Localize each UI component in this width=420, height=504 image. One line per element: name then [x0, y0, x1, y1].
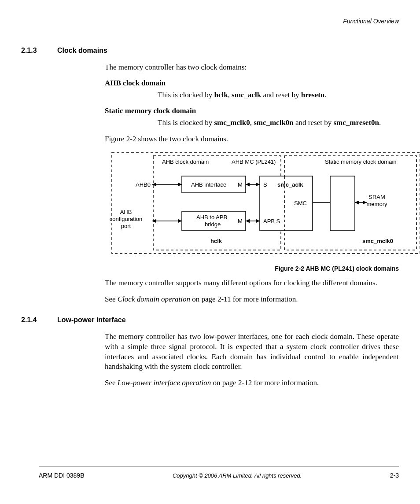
xref-lpi-op: Low-power interface operation [118, 379, 211, 387]
post-fig-p2: See Clock domain operation on page 2-11 … [105, 294, 399, 305]
post-fig-p1: The memory controller supports many diff… [105, 278, 399, 288]
running-head: Functional Overview [21, 18, 399, 25]
intro-para: The memory controller has two clock doma… [105, 63, 399, 73]
text: and reset by [294, 118, 334, 127]
text: and reset by [261, 91, 301, 99]
section-number: 2.1.3 [21, 47, 57, 55]
label-ahb-mc: AHB MC (PL241) [232, 158, 276, 165]
label-sram2: memory [367, 201, 387, 207]
term-hclk: hclk [214, 91, 228, 99]
footer-copyright: Copyright © 2006 ARM Limited. All rights… [173, 472, 302, 479]
section-title: Clock domains [57, 47, 107, 55]
label-cfg1: AHB [120, 209, 132, 215]
svg-rect-7 [330, 176, 355, 231]
page: Functional Overview 2.1.3 Clock domains … [0, 0, 420, 388]
footer-rule [39, 467, 399, 467]
text: This is clocked by [158, 91, 214, 99]
figure-2-2-diagram: AHB clock domain AHB MC (PL241) Static m… [105, 151, 399, 305]
footer-doc-id: ARM DDI 0389B [39, 472, 84, 479]
footer-page-num: 2-3 [390, 472, 399, 479]
label-apb-bridge-1: AHB to APB [196, 214, 227, 221]
label-s: S [263, 181, 267, 188]
def2-body: This is clocked by smc_mclk0, smc_mclk0n… [158, 118, 399, 128]
figure-caption: Figure 2-2 AHB MC (PL241) clock domains [105, 265, 399, 272]
text: on page 2-11 for more information. [190, 295, 298, 303]
label-smc-mclk0: smc_mclk0 [362, 238, 393, 244]
label-sram1: SRAM [368, 194, 385, 200]
label-m2: M [238, 218, 243, 224]
def1-head: AHB clock domain [105, 79, 399, 88]
lpi-p2: See Low-power interface operation on pag… [105, 378, 399, 388]
label-apb-bridge-2: bridge [205, 221, 221, 228]
text: , [228, 91, 232, 99]
term-smc-aclk: smc_aclk [232, 91, 261, 99]
label-smc: SMC [294, 200, 307, 206]
term-smc-mclk0: smc_mclk0 [214, 118, 250, 127]
section-heading-214: 2.1.4 Low-power interface [21, 316, 399, 324]
figure-ref: Figure 2-2 shows the two clock domains. [105, 134, 399, 144]
label-ahb-interface: AHB interface [191, 181, 226, 188]
section-body-213: The memory controller has two clock doma… [105, 63, 399, 144]
text: , [250, 118, 254, 127]
label-cfg3: port [121, 223, 131, 229]
label-static-domain: Static memory clock domain [325, 158, 397, 165]
section-number: 2.1.4 [21, 316, 57, 324]
label-smc-aclk: smc_aclk [277, 181, 303, 188]
label-apb-s: APB S [263, 218, 280, 224]
text: . [379, 118, 381, 127]
def2-head: Static memory clock domain [105, 107, 399, 115]
xref-clock-domain-op: Clock domain operation [118, 295, 190, 303]
term-smc-mreset0n: smc_mreset0n [333, 118, 379, 127]
def1-body: This is clocked by hclk, smc_aclk and re… [158, 90, 399, 100]
lpi-p1: The memory controller has two low-power … [105, 332, 399, 372]
label-ahb-domain: AHB clock domain [162, 158, 209, 165]
section-body-214: The memory controller has two low-power … [105, 332, 399, 389]
term-smc-mclk0n: smc_mclk0n [254, 118, 294, 127]
text: on page 2-12 for more information. [211, 379, 319, 387]
text: This is clocked by [158, 118, 214, 127]
label-m1: M [238, 181, 243, 188]
text: See [105, 295, 118, 303]
text: . [324, 91, 326, 99]
term-hresetn: hresetn [301, 91, 325, 99]
page-footer: ARM DDI 0389B Copyright © 2006 ARM Limit… [39, 472, 399, 479]
section-heading-213: 2.1.3 Clock domains [21, 47, 399, 55]
clock-domains-svg: AHB clock domain AHB MC (PL241) Static m… [105, 151, 420, 256]
text: See [105, 379, 118, 387]
label-cfg2: configuration [110, 216, 142, 222]
label-ahb0: AHB0 [136, 181, 151, 188]
label-hclk: hclk [210, 238, 222, 244]
section-title: Low-power interface [57, 316, 126, 324]
